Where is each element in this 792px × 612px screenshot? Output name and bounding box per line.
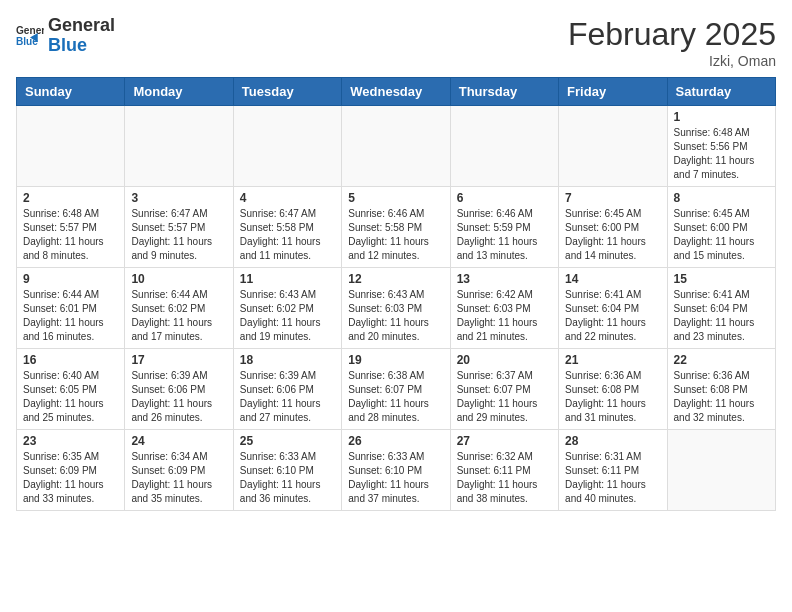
svg-text:Blue: Blue (16, 36, 38, 47)
day-number: 1 (674, 110, 769, 124)
day-number: 8 (674, 191, 769, 205)
day-number: 27 (457, 434, 552, 448)
day-info: Sunrise: 6:40 AM Sunset: 6:05 PM Dayligh… (23, 369, 118, 425)
day-number: 26 (348, 434, 443, 448)
day-info: Sunrise: 6:38 AM Sunset: 6:07 PM Dayligh… (348, 369, 443, 425)
day-info: Sunrise: 6:39 AM Sunset: 6:06 PM Dayligh… (131, 369, 226, 425)
weekday-header-tuesday: Tuesday (233, 78, 341, 106)
day-cell: 14Sunrise: 6:41 AM Sunset: 6:04 PM Dayli… (559, 268, 667, 349)
week-row-2: 2Sunrise: 6:48 AM Sunset: 5:57 PM Daylig… (17, 187, 776, 268)
logo-blue: Blue (48, 36, 115, 56)
weekday-header-friday: Friday (559, 78, 667, 106)
day-cell: 25Sunrise: 6:33 AM Sunset: 6:10 PM Dayli… (233, 430, 341, 511)
day-cell: 19Sunrise: 6:38 AM Sunset: 6:07 PM Dayli… (342, 349, 450, 430)
day-number: 19 (348, 353, 443, 367)
week-row-3: 9Sunrise: 6:44 AM Sunset: 6:01 PM Daylig… (17, 268, 776, 349)
day-cell: 10Sunrise: 6:44 AM Sunset: 6:02 PM Dayli… (125, 268, 233, 349)
calendar-table: SundayMondayTuesdayWednesdayThursdayFrid… (16, 77, 776, 511)
day-number: 25 (240, 434, 335, 448)
day-number: 5 (348, 191, 443, 205)
day-number: 15 (674, 272, 769, 286)
day-number: 13 (457, 272, 552, 286)
day-info: Sunrise: 6:36 AM Sunset: 6:08 PM Dayligh… (565, 369, 660, 425)
weekday-header-sunday: Sunday (17, 78, 125, 106)
day-info: Sunrise: 6:39 AM Sunset: 6:06 PM Dayligh… (240, 369, 335, 425)
week-row-1: 1Sunrise: 6:48 AM Sunset: 5:56 PM Daylig… (17, 106, 776, 187)
logo: General Blue General Blue (16, 16, 115, 56)
day-info: Sunrise: 6:48 AM Sunset: 5:56 PM Dayligh… (674, 126, 769, 182)
day-number: 11 (240, 272, 335, 286)
day-cell: 2Sunrise: 6:48 AM Sunset: 5:57 PM Daylig… (17, 187, 125, 268)
day-number: 2 (23, 191, 118, 205)
day-number: 7 (565, 191, 660, 205)
day-cell: 4Sunrise: 6:47 AM Sunset: 5:58 PM Daylig… (233, 187, 341, 268)
day-info: Sunrise: 6:46 AM Sunset: 5:58 PM Dayligh… (348, 207, 443, 263)
day-info: Sunrise: 6:35 AM Sunset: 6:09 PM Dayligh… (23, 450, 118, 506)
day-number: 28 (565, 434, 660, 448)
day-number: 10 (131, 272, 226, 286)
weekday-header-saturday: Saturday (667, 78, 775, 106)
day-cell: 12Sunrise: 6:43 AM Sunset: 6:03 PM Dayli… (342, 268, 450, 349)
svg-text:General: General (16, 25, 44, 36)
day-cell: 23Sunrise: 6:35 AM Sunset: 6:09 PM Dayli… (17, 430, 125, 511)
day-number: 18 (240, 353, 335, 367)
day-cell: 9Sunrise: 6:44 AM Sunset: 6:01 PM Daylig… (17, 268, 125, 349)
day-cell: 8Sunrise: 6:45 AM Sunset: 6:00 PM Daylig… (667, 187, 775, 268)
weekday-header-wednesday: Wednesday (342, 78, 450, 106)
calendar-subtitle: Izki, Oman (568, 53, 776, 69)
day-number: 21 (565, 353, 660, 367)
day-cell: 17Sunrise: 6:39 AM Sunset: 6:06 PM Dayli… (125, 349, 233, 430)
day-cell: 22Sunrise: 6:36 AM Sunset: 6:08 PM Dayli… (667, 349, 775, 430)
day-cell: 11Sunrise: 6:43 AM Sunset: 6:02 PM Dayli… (233, 268, 341, 349)
day-cell (342, 106, 450, 187)
day-info: Sunrise: 6:44 AM Sunset: 6:02 PM Dayligh… (131, 288, 226, 344)
day-info: Sunrise: 6:45 AM Sunset: 6:00 PM Dayligh… (674, 207, 769, 263)
day-number: 9 (23, 272, 118, 286)
calendar-title: February 2025 (568, 16, 776, 53)
page-header: General Blue General Blue February 2025 … (16, 16, 776, 69)
day-info: Sunrise: 6:33 AM Sunset: 6:10 PM Dayligh… (348, 450, 443, 506)
day-cell: 13Sunrise: 6:42 AM Sunset: 6:03 PM Dayli… (450, 268, 558, 349)
day-cell: 26Sunrise: 6:33 AM Sunset: 6:10 PM Dayli… (342, 430, 450, 511)
day-cell (233, 106, 341, 187)
day-number: 3 (131, 191, 226, 205)
day-cell: 7Sunrise: 6:45 AM Sunset: 6:00 PM Daylig… (559, 187, 667, 268)
logo-general: General (48, 16, 115, 36)
day-cell (667, 430, 775, 511)
weekday-header-row: SundayMondayTuesdayWednesdayThursdayFrid… (17, 78, 776, 106)
day-number: 20 (457, 353, 552, 367)
day-cell (450, 106, 558, 187)
day-info: Sunrise: 6:36 AM Sunset: 6:08 PM Dayligh… (674, 369, 769, 425)
day-number: 23 (23, 434, 118, 448)
day-info: Sunrise: 6:44 AM Sunset: 6:01 PM Dayligh… (23, 288, 118, 344)
week-row-4: 16Sunrise: 6:40 AM Sunset: 6:05 PM Dayli… (17, 349, 776, 430)
day-number: 6 (457, 191, 552, 205)
day-cell: 3Sunrise: 6:47 AM Sunset: 5:57 PM Daylig… (125, 187, 233, 268)
day-cell: 28Sunrise: 6:31 AM Sunset: 6:11 PM Dayli… (559, 430, 667, 511)
day-info: Sunrise: 6:33 AM Sunset: 6:10 PM Dayligh… (240, 450, 335, 506)
week-row-5: 23Sunrise: 6:35 AM Sunset: 6:09 PM Dayli… (17, 430, 776, 511)
day-number: 17 (131, 353, 226, 367)
day-cell: 20Sunrise: 6:37 AM Sunset: 6:07 PM Dayli… (450, 349, 558, 430)
day-number: 14 (565, 272, 660, 286)
day-info: Sunrise: 6:48 AM Sunset: 5:57 PM Dayligh… (23, 207, 118, 263)
day-cell: 16Sunrise: 6:40 AM Sunset: 6:05 PM Dayli… (17, 349, 125, 430)
day-info: Sunrise: 6:47 AM Sunset: 5:57 PM Dayligh… (131, 207, 226, 263)
day-info: Sunrise: 6:42 AM Sunset: 6:03 PM Dayligh… (457, 288, 552, 344)
day-number: 22 (674, 353, 769, 367)
weekday-header-monday: Monday (125, 78, 233, 106)
day-info: Sunrise: 6:41 AM Sunset: 6:04 PM Dayligh… (674, 288, 769, 344)
day-cell: 15Sunrise: 6:41 AM Sunset: 6:04 PM Dayli… (667, 268, 775, 349)
day-info: Sunrise: 6:32 AM Sunset: 6:11 PM Dayligh… (457, 450, 552, 506)
day-cell: 27Sunrise: 6:32 AM Sunset: 6:11 PM Dayli… (450, 430, 558, 511)
day-info: Sunrise: 6:45 AM Sunset: 6:00 PM Dayligh… (565, 207, 660, 263)
day-cell: 1Sunrise: 6:48 AM Sunset: 5:56 PM Daylig… (667, 106, 775, 187)
day-info: Sunrise: 6:43 AM Sunset: 6:03 PM Dayligh… (348, 288, 443, 344)
day-number: 12 (348, 272, 443, 286)
day-number: 24 (131, 434, 226, 448)
day-cell: 5Sunrise: 6:46 AM Sunset: 5:58 PM Daylig… (342, 187, 450, 268)
day-cell (125, 106, 233, 187)
logo-icon: General Blue (16, 22, 44, 50)
day-number: 4 (240, 191, 335, 205)
weekday-header-thursday: Thursday (450, 78, 558, 106)
